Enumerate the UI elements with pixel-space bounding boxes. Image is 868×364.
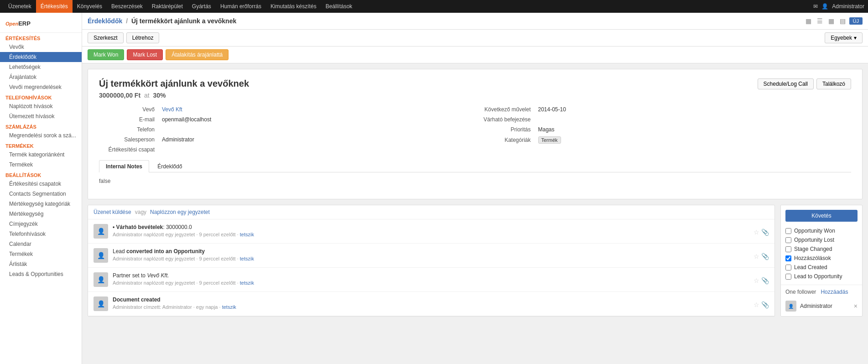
view-calendar-icon[interactable]: ▦ [826, 16, 836, 26]
nav-raktar[interactable]: Raktárépület [147, 0, 187, 13]
sidebar-item-leads-opp[interactable]: Leads & Opportunities [0, 269, 82, 279]
star-icon-4[interactable]: ☆ [754, 301, 759, 308]
tab-internal-notes[interactable]: Internal Notes [99, 160, 149, 172]
field-label-vevo: Vevő [99, 106, 158, 113]
field-telefon: Telefon [99, 126, 475, 133]
sidebar-item-contacts-seg[interactable]: Contacts Segmentation [0, 189, 82, 199]
sidebar-item-calendar[interactable]: Calendar [0, 239, 82, 249]
message-body-1: • Várható bevételek: 3000000.0 Administr… [113, 224, 749, 239]
checkbox-lead-created[interactable] [785, 265, 791, 270]
chatter-header: Üzenet küldése vagy Naplózzon egy jegyze… [88, 205, 774, 219]
sidebar-item-mert-kat[interactable]: Mértékegység kategóriák [0, 199, 82, 209]
field-value-vevo[interactable]: Vevő Kft [162, 106, 182, 113]
remove-follower-button[interactable]: × [854, 302, 858, 310]
attach-icon-2[interactable]: 📎 [761, 253, 769, 260]
nav-konyv[interactable]: Könyvelés [73, 0, 107, 13]
follower-avatar-admin: 👤 [785, 301, 796, 312]
like-link-1[interactable]: tetszik [240, 232, 254, 237]
star-icon-1[interactable]: ☆ [754, 229, 759, 236]
record-fields: Vevő Vevő Kft E-mail openmail@localhost … [99, 106, 851, 153]
attach-icon-3[interactable]: 📎 [761, 277, 769, 284]
sidebar-item-mertekegyseg[interactable]: Mértékegység [0, 209, 82, 219]
message-meta-2: Administrator naplózott egy jegyzetet · … [113, 256, 749, 261]
follow-options: Opportunity Won Opportunity Lost Stage C… [781, 226, 862, 285]
nav-beallitasok[interactable]: Beállítások [321, 0, 357, 13]
like-link-2[interactable]: tetszik [240, 256, 254, 261]
breadcrumb-parent[interactable]: Érdeklődők [88, 17, 122, 25]
mark-lost-button[interactable]: Mark Lost [127, 49, 163, 60]
view-grid-icon[interactable]: ▦ [804, 16, 813, 26]
breadcrumb-sep: / [126, 17, 128, 25]
follow-option-stage-changed: Stage Changed [785, 244, 858, 254]
nav-besz[interactable]: Beszerzések [107, 0, 147, 13]
sidebar-item-vevoi-megrendelesek[interactable]: Vevői megrendelések [0, 82, 82, 92]
sidebar-item-arajanlatok[interactable]: Árajánlatok [0, 72, 82, 82]
sidebar-item-ert-csapatok[interactable]: Értékesítési csapatok [0, 179, 82, 189]
record-title: Új termékkört ajánlunk a vevőknek [99, 78, 851, 89]
like-link-3[interactable]: tetszik [240, 280, 254, 286]
sidebar-item-lehetosegek[interactable]: Lehetőségek [0, 62, 82, 72]
field-value-salesperson: Administrator [162, 136, 194, 143]
sidebar-item-termekek2[interactable]: Termékek [0, 249, 82, 259]
new-button[interactable]: ÚJ [849, 17, 863, 25]
checkbox-opp-lost[interactable] [785, 237, 791, 243]
others-button[interactable]: Egyebek ▾ [825, 32, 863, 43]
sidebar-item-naplozott[interactable]: Naplózott hívások [0, 101, 82, 111]
record-percentage: 30% [153, 92, 166, 99]
record-tabs: Internal Notes Érdeklődő [99, 160, 851, 172]
sidebar-item-erdeklodok[interactable]: Érdeklődők [0, 52, 82, 62]
sidebar-section-termekek: Termékek [0, 140, 82, 150]
field-value-kategoriak[interactable]: Termék [538, 136, 561, 144]
nav-kimutatas[interactable]: Kimutatás készítés [266, 0, 321, 13]
sidebar-section-ertekesites: Értékesítés [0, 33, 82, 42]
follow-button[interactable]: Követés [785, 210, 858, 222]
sidebar-item-tel-hivások[interactable]: Telefonhívások [0, 229, 82, 239]
checkbox-hozzaszolasok[interactable] [785, 255, 791, 261]
follow-option-opp-won: Opportunity Won [785, 226, 858, 235]
toolbar-right: Egyebek ▾ [825, 32, 863, 43]
sidebar-item-termek-kat[interactable]: Termék kategoriánként [0, 150, 82, 160]
star-icon-2[interactable]: ☆ [754, 253, 759, 260]
attach-icon-4[interactable]: 📎 [761, 301, 769, 308]
convert-button[interactable]: Átalakítás árajánlattá [166, 49, 229, 60]
chatter: Üzenet küldése vagy Naplózzon egy jegyze… [88, 205, 775, 317]
sidebar-item-utemezett[interactable]: Ütemezett hívások [0, 111, 82, 121]
add-follower-link[interactable]: Hozzáadás [821, 289, 848, 295]
sidebar-item-megrendelesi[interactable]: Megrendelési sorok a szá... [0, 130, 82, 140]
sidebar-item-termekek[interactable]: Termékek [0, 160, 82, 170]
send-message-link[interactable]: Üzenet küldése [94, 209, 131, 215]
sidebar: OpenERP Értékesítés Vevők Érdeklődők Leh… [0, 13, 82, 364]
record-subtitle: 3000000,00 Ft at 30% [99, 92, 851, 99]
attach-icon-1[interactable]: 📎 [761, 229, 769, 236]
checkbox-stage-changed[interactable] [785, 246, 791, 252]
admin-name[interactable]: Administrator [832, 3, 864, 10]
star-icon-3[interactable]: ☆ [754, 277, 759, 284]
nav-human[interactable]: Humán erőforrás [216, 0, 266, 13]
field-label-kovmuvelet: Következő művelet [475, 106, 535, 113]
message-icons-1: ☆ 📎 [754, 224, 769, 239]
field-label-kategoriak: Kategóriák [475, 137, 535, 143]
message-body-3: Partner set to Vevő Kft. Administrator n… [113, 272, 749, 287]
schedule-log-call-button[interactable]: Schedule/Log Call [758, 78, 814, 89]
create-button[interactable]: Létrehoz [126, 32, 160, 43]
log-note-link[interactable]: Naplózzon egy jegyzetet [150, 209, 210, 215]
message-text-3: Partner set to Vevő Kft. [113, 272, 749, 279]
checkbox-opp-won[interactable] [785, 228, 791, 234]
sidebar-item-arlistak[interactable]: Árlisták [0, 259, 82, 269]
follow-option-opp-lost: Opportunity Lost [785, 235, 858, 244]
mail-icon[interactable]: ✉ [813, 3, 818, 10]
meeting-button[interactable]: Találkozó [816, 78, 851, 89]
view-other-icon[interactable]: ▤ [838, 16, 847, 26]
like-link-4[interactable]: tetszik [222, 304, 236, 310]
tab-erdeklodo[interactable]: Érdeklődő [151, 160, 189, 172]
nav-uzenetek[interactable]: Üzenetek [4, 0, 36, 13]
message-text-2: Lead converted into an Opportunity [113, 248, 749, 255]
sidebar-item-vevok[interactable]: Vevők [0, 42, 82, 52]
view-list-icon[interactable]: ☰ [815, 16, 825, 26]
sidebar-item-cimjegyzek[interactable]: Címjegyzék [0, 219, 82, 229]
mark-won-button[interactable]: Mark Won [88, 49, 124, 60]
checkbox-lead-to-opp[interactable] [785, 274, 791, 280]
nav-gyartas[interactable]: Gyártás [187, 0, 216, 13]
nav-ertekesites[interactable]: Értékesítés [36, 0, 73, 13]
edit-button[interactable]: Szerkeszt [88, 32, 124, 43]
